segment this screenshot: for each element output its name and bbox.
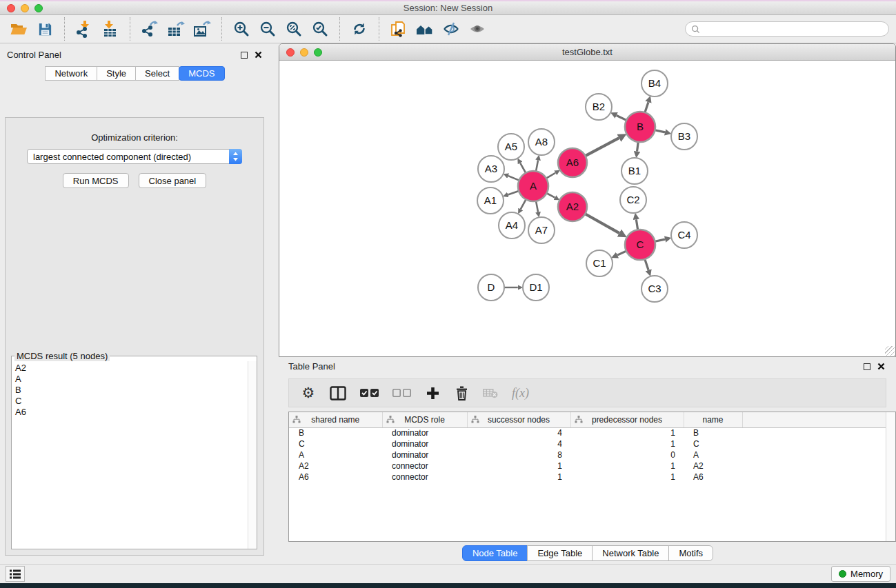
save-icon[interactable] (34, 17, 56, 41)
table-cell[interactable]: dominator (382, 438, 467, 449)
mcds-result-item[interactable]: A6 (12, 407, 256, 418)
graph-node-A6[interactable]: A6 (558, 148, 587, 177)
table-cell[interactable]: connector (382, 472, 467, 483)
table-cell[interactable]: B (684, 427, 742, 438)
table-cell[interactable]: 1 (570, 427, 684, 438)
column-header-predecessor-nodes[interactable]: predecessor nodes (570, 412, 684, 427)
graph-edge-C-C1[interactable] (617, 251, 626, 255)
graph-edge-B-B4[interactable] (645, 102, 648, 112)
graph-edge-A-A1[interactable] (508, 191, 519, 194)
table-cell[interactable]: A6 (289, 472, 382, 483)
graph-edge-A-A3[interactable] (508, 176, 519, 180)
network-canvas[interactable]: AA1A2A3A4A5A6A7A8BB1B2B3B4CC1C2C3C4DD1 (279, 61, 895, 356)
column-header-shared-name[interactable]: shared name (289, 412, 382, 427)
run-mcds-button[interactable]: Run MCDS (63, 173, 129, 188)
export-image-icon[interactable] (191, 17, 213, 41)
open-folder-icon[interactable] (8, 17, 30, 41)
table-cell[interactable]: 1 (570, 460, 684, 472)
copy-network-icon[interactable] (388, 17, 410, 41)
mcds-list-scrollbar[interactable] (248, 361, 257, 549)
graph-edge-A2-C[interactable] (585, 214, 619, 233)
resize-grip-icon[interactable] (885, 346, 895, 356)
delete-trash-icon[interactable] (454, 386, 469, 401)
export-network-icon[interactable] (139, 17, 161, 41)
graph-node-B1[interactable]: B1 (621, 158, 648, 184)
table-cell[interactable]: 1 (570, 438, 684, 449)
table-scrollbar[interactable] (886, 412, 895, 541)
graph-edge-A-A4[interactable] (521, 199, 526, 209)
table-cell[interactable]: A6 (684, 472, 742, 483)
graph-node-A7[interactable]: A7 (528, 217, 555, 243)
table-cell[interactable]: 1 (467, 460, 570, 472)
tab-select[interactable]: Select (135, 66, 179, 81)
graph-edge-A-A2[interactable] (546, 193, 555, 197)
import-table-icon[interactable] (99, 17, 121, 41)
graph-node-D[interactable]: D (478, 274, 504, 301)
table-cell[interactable]: C (684, 438, 742, 449)
graph-edge-A-A6[interactable] (546, 173, 555, 179)
graph-edge-B-B1[interactable] (637, 142, 639, 152)
graph-edge-C-C2[interactable] (636, 219, 637, 230)
table-cell[interactable]: 1 (570, 472, 684, 483)
tab-motifs[interactable]: Motifs (668, 545, 713, 561)
column-header-name[interactable]: name (684, 412, 742, 427)
column-header-mcds-role[interactable]: MCDS role (382, 412, 467, 427)
mcds-result-item[interactable]: A (12, 374, 256, 385)
graph-node-C3[interactable]: C3 (641, 276, 668, 302)
graph-node-B4[interactable]: B4 (641, 70, 668, 97)
float-table-panel-icon[interactable] (864, 363, 870, 370)
tab-mcds[interactable]: MCDS (179, 66, 224, 81)
column-icon[interactable] (330, 386, 346, 401)
column-header-successor-nodes[interactable]: successor nodes (467, 412, 570, 427)
settings-gear-icon[interactable]: ⚙ (301, 386, 316, 400)
graph-edge-A-A5[interactable] (520, 163, 526, 172)
table-cell[interactable]: 8 (467, 449, 570, 460)
table-cell[interactable]: dominator (382, 427, 467, 438)
table-cell[interactable]: 4 (467, 427, 570, 438)
table-cell[interactable]: 1 (467, 472, 570, 483)
graph-edge-C-C3[interactable] (645, 259, 648, 270)
table-cell[interactable]: 4 (467, 438, 570, 449)
graph-node-C4[interactable]: C4 (671, 222, 697, 248)
graph-edge-A6-B[interactable] (586, 138, 619, 156)
graph-node-A8[interactable]: A8 (528, 129, 555, 155)
tab-edge-table[interactable]: Edge Table (527, 545, 593, 561)
table-cell[interactable]: connector (382, 460, 467, 472)
float-panel-icon[interactable] (241, 52, 248, 59)
graph-node-C1[interactable]: C1 (586, 250, 613, 276)
graph-node-C2[interactable]: C2 (620, 187, 646, 213)
function-builder-icon[interactable]: f(x) (512, 386, 529, 401)
panel-menu-button[interactable] (6, 566, 25, 582)
delete-table-icon[interactable] (483, 388, 498, 398)
graph-node-B2[interactable]: B2 (586, 94, 612, 120)
mcds-result-item[interactable]: C (12, 396, 256, 407)
select-all-icon[interactable] (360, 389, 379, 397)
close-panel-button[interactable]: Close panel (139, 173, 207, 188)
graph-node-A[interactable]: A (518, 171, 548, 201)
graph-node-B3[interactable]: B3 (671, 123, 697, 150)
graph-edge-A-A7[interactable] (536, 201, 538, 212)
mcds-result-item[interactable]: A2 (12, 363, 256, 374)
tab-network-table[interactable]: Network Table (592, 545, 669, 561)
tab-style[interactable]: Style (97, 66, 136, 81)
graph-edge-C-C4[interactable] (655, 239, 665, 241)
zoom-selected-icon[interactable] (309, 17, 331, 41)
graph-node-C[interactable]: C (625, 230, 655, 260)
search-input[interactable] (704, 24, 883, 34)
table-cell[interactable]: B (289, 427, 382, 438)
deselect-all-icon[interactable] (392, 389, 411, 397)
graph-node-D1[interactable]: D1 (523, 274, 549, 301)
graph-edge-A-A8[interactable] (536, 160, 538, 171)
graph-node-B[interactable]: B (625, 112, 655, 142)
criterion-dropdown[interactable]: largest connected component (directed) (27, 149, 242, 164)
graph-node-A1[interactable]: A1 (477, 187, 504, 214)
table-cell[interactable]: C (289, 438, 382, 449)
graph-edge-B-B3[interactable] (655, 130, 665, 132)
table-cell[interactable]: A (684, 449, 742, 460)
add-column-icon[interactable] (425, 387, 440, 400)
home-icon[interactable] (414, 17, 436, 41)
graph-node-A5[interactable]: A5 (498, 134, 524, 160)
memory-button[interactable]: Memory (831, 566, 890, 582)
table-cell[interactable]: A (289, 449, 382, 460)
tab-node-table[interactable]: Node Table (462, 545, 528, 561)
